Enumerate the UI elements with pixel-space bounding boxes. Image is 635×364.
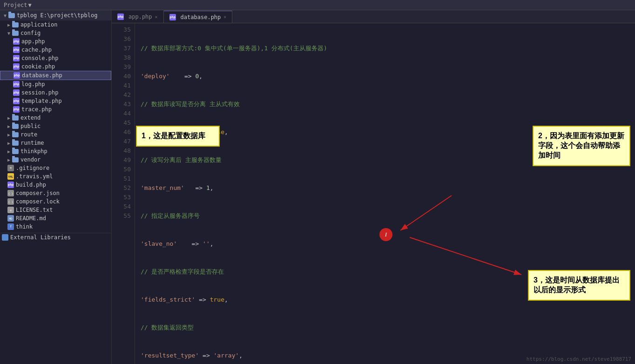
dropdown-arrow[interactable]: ▼ [28, 2, 32, 8]
yml-icon: YML [7, 173, 14, 180]
watermark: https://blog.csdn.net/steve1988717 [527, 356, 631, 362]
file-icon: ≡ [7, 165, 14, 171]
callout-1: 1，这是配置数据库 [136, 126, 220, 147]
callout-2-text: 2，因为表里面有添加更新字段，这个会自动帮助添加时间 [538, 132, 624, 159]
sidebar-item-think[interactable]: f think [0, 222, 111, 231]
libs-icon [2, 234, 8, 241]
thinkphp-folder-icon [12, 149, 19, 154]
think-file-icon: f [7, 223, 14, 230]
php-icon: php [7, 182, 14, 188]
root-label: tpblog E:\project\tpblog [17, 12, 97, 19]
tab-database-php[interactable]: php database.php × [164, 11, 233, 23]
line-numbers: 35 36 37 38 39 40 41 42 43 44 45 46 47 4… [112, 23, 135, 364]
sidebar-item-thinkphp[interactable]: ▶ thinkphp [0, 147, 111, 155]
callout-3-text: 3，这是时间从数据库提出以后的显示形式 [534, 276, 620, 294]
php-icon: php [13, 55, 20, 61]
callout-2: 2，因为表里面有添加更新字段，这个会自动帮助添加时间 [533, 126, 630, 166]
editor-area: php app.php × php database.php × 35 36 3… [112, 10, 635, 364]
cache-php-label: cache.php [21, 47, 52, 53]
sidebar-item-config[interactable]: ▼ config [0, 29, 111, 37]
composer-lock-label: composer.lock [16, 198, 60, 205]
cursor-icon: I [385, 231, 387, 238]
tab-close-icon[interactable]: × [155, 14, 158, 20]
project-label: Project [4, 2, 27, 8]
tab-close-icon[interactable]: × [223, 14, 226, 20]
tab-app-php[interactable]: php app.php × [112, 11, 164, 23]
md-icon: MD [7, 215, 14, 222]
txt-icon: ≡ [7, 207, 14, 213]
database-php-label: database.php [22, 72, 62, 79]
app-php-label: app.php [21, 38, 45, 45]
config-folder-icon [12, 31, 19, 36]
sidebar-item-readme-md[interactable]: MD README.md [0, 214, 111, 222]
folder-arrow: ▶ [7, 115, 12, 121]
sidebar-item-gitignore[interactable]: ≡ .gitignore [0, 164, 111, 172]
public-label: public [20, 123, 41, 129]
cookie-php-label: cookie.php [21, 63, 55, 70]
sidebar-root[interactable]: ▼ tpblog E:\project\tpblog [0, 10, 111, 20]
sidebar-item-composer-lock[interactable]: { } composer.lock [0, 197, 111, 206]
sidebar-item-application[interactable]: ▶ application [0, 20, 111, 29]
readme-md-label: README.md [16, 215, 46, 222]
php-icon: php [13, 106, 20, 113]
folder-arrow: ▶ [7, 22, 12, 27]
sidebar-item-travis-yml[interactable]: YML .travis.yml [0, 172, 111, 181]
extend-label: extend [20, 115, 41, 121]
sidebar-item-extend[interactable]: ▶ extend [0, 114, 111, 122]
sidebar-item-build-php[interactable]: php build.php [0, 181, 111, 189]
root-folder-icon [8, 13, 15, 18]
thinkphp-label: thinkphp [20, 148, 47, 155]
route-folder-icon [12, 132, 19, 137]
folder-arrow: ▶ [7, 124, 12, 129]
route-label: route [20, 131, 37, 138]
sidebar-item-cookie-php[interactable]: php cookie.php [0, 62, 111, 71]
public-folder-icon [12, 124, 19, 129]
sidebar-item-runtime[interactable]: ▶ runtime [0, 139, 111, 147]
tab-php-icon: php [117, 13, 124, 20]
sidebar-item-database-php[interactable]: php database.php [0, 71, 111, 80]
folder-arrow: ▼ [7, 31, 12, 36]
sidebar-item-console-php[interactable]: php console.php [0, 54, 111, 62]
template-php-label: template.php [21, 98, 62, 104]
license-txt-label: LICENSE.txt [16, 207, 53, 213]
php-icon: php [13, 38, 20, 45]
sidebar-item-app-php[interactable]: php app.php [0, 37, 111, 46]
session-php-label: session.php [21, 89, 58, 96]
sidebar-item-license-txt[interactable]: ≡ LICENSE.txt [0, 206, 111, 214]
sidebar: ▼ tpblog E:\project\tpblog ▶ application… [0, 10, 112, 364]
top-bar: Project ▼ [0, 0, 635, 10]
sidebar-item-log-php[interactable]: php log.php [0, 80, 111, 88]
code-editor: 35 36 37 38 39 40 41 42 43 44 45 46 47 4… [112, 23, 635, 364]
sidebar-item-session-php[interactable]: php session.php [0, 88, 111, 97]
console-php-label: console.php [21, 55, 58, 61]
cursor-circle: I [379, 228, 392, 241]
collapse-arrow: ▼ [4, 13, 8, 18]
php-icon: php [13, 47, 20, 53]
sidebar-item-vendor[interactable]: ▶ vendor [0, 155, 111, 164]
sidebar-item-composer-json[interactable]: { } composer.json [0, 189, 111, 197]
runtime-folder-icon [12, 141, 19, 146]
tab-app-php-label: app.php [128, 13, 152, 20]
build-php-label: build.php [16, 182, 46, 188]
think-label: think [16, 223, 33, 230]
gitignore-label: .gitignore [16, 165, 49, 171]
folder-arrow: ▶ [7, 157, 12, 162]
json-icon: { } [7, 190, 14, 196]
sidebar-item-public[interactable]: ▶ public [0, 122, 111, 130]
travis-yml-label: .travis.yml [16, 173, 53, 180]
folder-arrow: ▶ [7, 149, 12, 154]
php-icon: php [13, 98, 20, 104]
sidebar-item-cache-php[interactable]: php cache.php [0, 46, 111, 54]
folder-arrow: ▶ [7, 132, 12, 137]
callout-3: 3，这是时间从数据库提出以后的显示形式 [528, 270, 630, 301]
sidebar-item-template-php[interactable]: php template.php [0, 97, 111, 105]
json-icon: { } [7, 198, 14, 205]
sidebar-item-trace-php[interactable]: php trace.php [0, 105, 111, 114]
php-icon: php [14, 72, 20, 79]
config-label: config [20, 30, 41, 36]
sidebar-item-route[interactable]: ▶ route [0, 130, 111, 139]
folder-arrow: ▶ [7, 141, 12, 146]
trace-php-label: trace.php [21, 106, 52, 113]
sidebar-item-external-libs[interactable]: External Libraries [0, 233, 111, 242]
log-php-label: log.php [21, 81, 45, 88]
